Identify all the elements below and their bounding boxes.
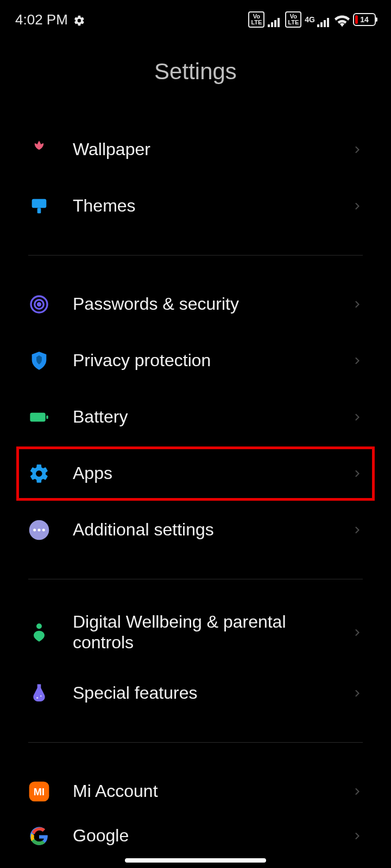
row-label: Privacy protection xyxy=(73,350,352,371)
svg-rect-14 xyxy=(46,416,48,419)
brush-icon xyxy=(28,195,50,217)
chevron-right-icon xyxy=(352,412,363,423)
wifi-icon xyxy=(335,14,350,25)
home-indicator[interactable] xyxy=(125,858,266,863)
divider xyxy=(28,742,363,743)
chevron-right-icon xyxy=(352,299,363,310)
svg-point-16 xyxy=(33,529,36,532)
chevron-right-icon xyxy=(352,144,363,155)
svg-rect-4 xyxy=(317,24,319,27)
svg-point-12 xyxy=(38,303,41,306)
row-additional-settings[interactable]: Additional settings xyxy=(0,502,391,558)
svg-rect-2 xyxy=(274,20,276,27)
row-label: Wallpaper xyxy=(73,139,352,160)
svg-rect-3 xyxy=(278,18,280,27)
row-passwords-security[interactable]: Passwords & security xyxy=(0,276,391,333)
row-mi-account[interactable]: MI Mi Account xyxy=(0,763,391,820)
svg-rect-9 xyxy=(37,208,41,213)
svg-point-17 xyxy=(38,529,41,532)
gear-icon xyxy=(73,14,85,25)
row-special-features[interactable]: Special features xyxy=(0,665,391,722)
svg-point-21 xyxy=(40,695,42,697)
row-label: Battery xyxy=(73,407,352,427)
chevron-right-icon xyxy=(352,831,363,841)
row-label: Google xyxy=(73,826,352,846)
battery-icon xyxy=(28,406,50,428)
svg-rect-0 xyxy=(268,24,270,27)
signal-icon xyxy=(268,14,282,25)
row-label: Themes xyxy=(73,196,352,216)
row-digital-wellbeing[interactable]: Digital Wellbeing & parental controls xyxy=(0,600,391,665)
row-label: Passwords & security xyxy=(73,294,352,315)
battery-icon: 14 xyxy=(353,13,376,26)
row-label: Special features xyxy=(73,683,352,704)
row-wallpaper[interactable]: Wallpaper xyxy=(0,122,391,178)
svg-rect-7 xyxy=(327,18,329,27)
signal-icon-2 xyxy=(317,14,331,25)
row-apps[interactable]: Apps xyxy=(0,445,391,502)
mi-logo-icon: MI xyxy=(28,781,50,802)
status-time: 4:02 PM xyxy=(15,11,68,28)
google-logo-icon xyxy=(28,825,50,847)
settings-list: Wallpaper Themes Passwords & security Pr… xyxy=(0,122,391,852)
chevron-right-icon xyxy=(352,786,363,797)
chevron-right-icon xyxy=(352,627,363,638)
gear-icon xyxy=(28,463,50,484)
svg-text:MI: MI xyxy=(34,786,45,797)
row-battery[interactable]: Battery xyxy=(0,389,391,445)
svg-point-20 xyxy=(36,697,38,699)
row-privacy-protection[interactable]: Privacy protection xyxy=(0,333,391,389)
svg-rect-5 xyxy=(320,22,323,27)
chevron-right-icon xyxy=(352,355,363,366)
more-icon xyxy=(28,519,50,541)
chevron-right-icon xyxy=(352,468,363,479)
tulip-icon xyxy=(28,139,50,161)
status-right: VoLTE VoLTE 4G 14 xyxy=(248,11,376,28)
shield-icon xyxy=(28,350,50,372)
svg-rect-6 xyxy=(324,20,326,27)
row-label: Mi Account xyxy=(73,781,352,802)
fingerprint-icon xyxy=(28,293,50,315)
svg-point-18 xyxy=(42,529,45,532)
svg-rect-8 xyxy=(32,199,47,208)
row-label: Apps xyxy=(73,463,352,484)
row-label: Digital Wellbeing & parental controls xyxy=(73,612,352,653)
status-left: 4:02 PM xyxy=(15,11,85,28)
row-themes[interactable]: Themes xyxy=(0,178,391,234)
divider xyxy=(28,255,363,256)
volte-icon: VoLTE xyxy=(248,11,264,28)
volte-icon-2: VoLTE xyxy=(285,11,301,28)
svg-rect-13 xyxy=(30,413,45,422)
row-google[interactable]: Google xyxy=(0,820,391,852)
status-bar: 4:02 PM VoLTE VoLTE 4G 14 xyxy=(0,0,391,39)
network-label: 4G xyxy=(305,16,315,23)
svg-point-19 xyxy=(36,623,42,629)
svg-rect-1 xyxy=(271,22,273,27)
person-heart-icon xyxy=(28,622,50,643)
row-label: Additional settings xyxy=(73,520,352,540)
chevron-right-icon xyxy=(352,688,363,699)
flask-icon xyxy=(28,682,50,704)
divider xyxy=(28,579,363,579)
chevron-right-icon xyxy=(352,201,363,212)
chevron-right-icon xyxy=(352,525,363,535)
page-title: Settings xyxy=(0,39,391,104)
battery-pct: 14 xyxy=(354,14,375,25)
